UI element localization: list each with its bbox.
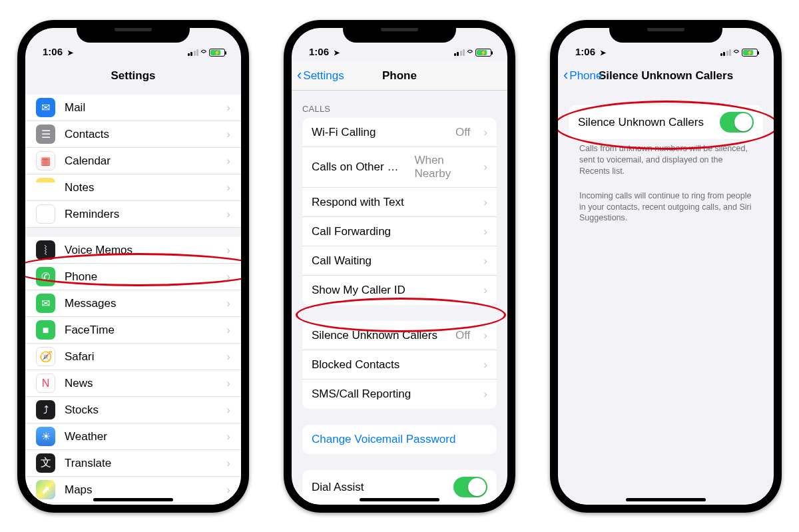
nav-bar: Settings: [25, 61, 241, 91]
row-label: Contacts: [65, 128, 213, 141]
settings-row-weather[interactable]: ☀︎Weather›: [25, 423, 241, 450]
settings-row-safari[interactable]: 🧭Safari›: [25, 344, 241, 370]
row-label: Stocks: [65, 403, 213, 417]
home-indicator[interactable]: [360, 498, 439, 501]
contacts-icon: ☰: [36, 125, 55, 144]
toggle-on[interactable]: [453, 477, 487, 497]
calls-row-calls-on-other-devices[interactable]: Calls on Other DevicesWhen Nearby›: [302, 147, 497, 188]
settings-row-reminders[interactable]: ⦿Reminders›: [25, 201, 241, 228]
section-header-calls: CALLS: [292, 91, 507, 118]
status-time: 1:06: [43, 46, 63, 57]
row-label: Call Forwarding: [312, 225, 470, 238]
chevron-right-icon: ›: [226, 244, 230, 257]
chevron-right-icon: ›: [483, 160, 487, 174]
chevron-right-icon: ›: [226, 430, 230, 443]
location-icon: ➤: [600, 49, 606, 57]
row-label: Maps: [65, 483, 213, 497]
chevron-right-icon: ›: [226, 297, 230, 310]
settings-row-contacts[interactable]: ☰Contacts›: [25, 121, 241, 148]
silence-unknown-callers-row[interactable]: Silence Unknown Callers: [569, 105, 763, 139]
footnote-2: Incoming calls will continue to ring fro…: [569, 186, 763, 224]
chevron-right-icon: ›: [226, 270, 230, 284]
chevron-left-icon: ‹: [297, 68, 302, 83]
chevron-right-icon: ›: [226, 181, 230, 194]
row-sms/call-reporting[interactable]: SMS/Call Reporting›: [302, 380, 497, 409]
chevron-right-icon: ›: [226, 154, 230, 168]
chevron-right-icon: ›: [226, 324, 230, 337]
chevron-right-icon: ›: [226, 350, 230, 364]
signal-icon: [454, 49, 465, 56]
row-label: Phone: [65, 270, 213, 284]
settings-row-phone[interactable]: ✆Phone›: [25, 264, 241, 290]
phone-icon: ✆: [36, 267, 55, 286]
voicemail-group: Change Voicemail Password: [302, 425, 497, 454]
row-blocked-contacts[interactable]: Blocked Contacts›: [302, 350, 497, 380]
maps-icon: ⬈: [36, 480, 55, 499]
mail-icon: ✉︎: [36, 98, 55, 117]
settings-row-translate[interactable]: 文Translate›: [25, 450, 241, 477]
facetime-icon: ■: [36, 320, 55, 340]
messages-icon: ✉︎: [36, 294, 55, 313]
settings-row-notes[interactable]: Notes›: [25, 174, 241, 201]
calls-row-wi-fi-calling[interactable]: Wi-Fi CallingOff›: [302, 118, 497, 147]
chevron-right-icon: ›: [483, 225, 487, 238]
settings-row-compass[interactable]: ✦Compass›: [25, 503, 241, 505]
home-indicator[interactable]: [93, 498, 173, 501]
calls-row-respond-with-text[interactable]: Respond with Text›: [302, 188, 497, 217]
settings-row-calendar[interactable]: ▦Calendar›: [25, 148, 241, 174]
row-label: Call Waiting: [312, 254, 470, 268]
page-title: Phone: [382, 69, 417, 83]
calls-row-call-waiting[interactable]: Call Waiting›: [302, 246, 497, 276]
chevron-right-icon: ›: [226, 483, 230, 497]
settings-row-facetime[interactable]: ■FaceTime›: [25, 317, 241, 344]
row-label: News: [65, 377, 213, 390]
home-indicator[interactable]: [626, 498, 706, 501]
row-value: When Nearby: [414, 154, 470, 180]
footnote-1: Calls from unknown numbers will be silen…: [569, 139, 763, 177]
back-button[interactable]: ‹ Phone: [563, 61, 603, 91]
weather-icon: ☀︎: [36, 427, 55, 446]
battery-icon: ⚡: [475, 49, 491, 57]
chevron-right-icon: ›: [483, 329, 487, 342]
row-label: FaceTime: [65, 324, 213, 337]
row-value: Off: [455, 126, 470, 139]
chevron-right-icon: ›: [226, 403, 230, 417]
settings-row-messages[interactable]: ✉︎Messages›: [25, 290, 241, 317]
status-time: 1:06: [575, 46, 595, 57]
battery-icon: ⚡: [209, 49, 225, 57]
silence-group: Silence Unknown Callers: [569, 105, 763, 139]
chevron-right-icon: ›: [483, 196, 487, 209]
settings-row-news[interactable]: NNews›: [25, 370, 241, 397]
row-label: Calendar: [65, 154, 213, 168]
row-label: Change Voicemail Password: [312, 433, 487, 446]
change-voicemail-password[interactable]: Change Voicemail Password: [302, 425, 497, 454]
notes-icon: [36, 178, 55, 197]
dial-assist-footnote: Dial assist automatically determines the…: [302, 504, 497, 505]
row-value: Off: [455, 329, 470, 342]
back-button[interactable]: ‹ Settings: [297, 61, 344, 90]
signal-icon: [720, 49, 732, 56]
wifi-icon: ⌔: [201, 47, 206, 57]
row-label: Respond with Text: [312, 196, 470, 209]
chevron-right-icon: ›: [483, 388, 487, 401]
reminders-icon: ⦿: [36, 204, 55, 224]
chevron-right-icon: ›: [226, 128, 230, 141]
row-label: Silence Unknown Callers: [312, 329, 446, 342]
row-silence-unknown-callers[interactable]: Silence Unknown CallersOff›: [302, 321, 497, 350]
settings-row-voice-memos[interactable]: ⦚Voice Memos›: [25, 237, 241, 264]
calls-group: Wi-Fi CallingOff›Calls on Other DevicesW…: [302, 118, 497, 305]
nav-bar: ‹ Phone Silence Unknown Callers: [558, 61, 774, 91]
row-label: Voice Memos: [65, 244, 213, 257]
toggle-on[interactable]: [720, 112, 754, 133]
row-label: Messages: [65, 297, 213, 310]
settings-row-mail[interactable]: ✉︎Mail›: [25, 95, 241, 121]
settings-row-stocks[interactable]: ⤴︎Stocks›: [25, 397, 241, 423]
safari-icon: 🧭: [36, 347, 55, 366]
wifi-icon: ⌔: [467, 47, 473, 57]
calls-row-call-forwarding[interactable]: Call Forwarding›: [302, 217, 497, 246]
row-label: Translate: [65, 457, 213, 470]
nav-bar: ‹ Settings Phone: [292, 61, 507, 91]
calls-row-show-my-caller-id[interactable]: Show My Caller ID›: [302, 276, 497, 305]
page-title: Settings: [111, 69, 155, 83]
row-label: Blocked Contacts: [312, 358, 470, 372]
